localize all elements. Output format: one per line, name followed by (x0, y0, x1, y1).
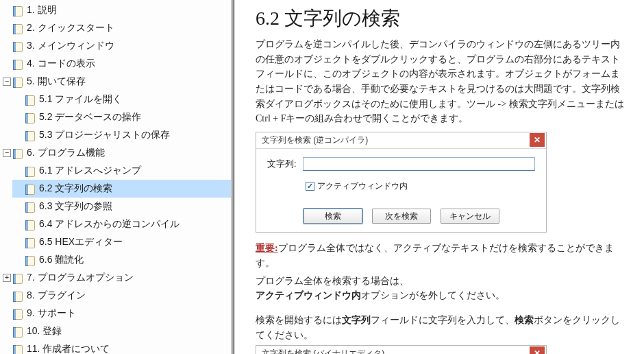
book-icon (13, 291, 23, 301)
book-icon (13, 77, 23, 87)
tree-item-label: 5.2 データベースの操作 (39, 111, 141, 123)
app-window: 1. 説明2. クイックスタート3. メインウィンドウ4. コードの表示−5. … (0, 0, 644, 354)
tree-item-label: 3. メインウィンドウ (27, 40, 114, 52)
tree-item[interactable]: 5.2 データベースの操作 (12, 108, 231, 126)
expand-icon[interactable]: + (3, 274, 11, 282)
toggle-spacer (15, 113, 23, 121)
tree-item[interactable]: −5. 開いて保存 (0, 73, 231, 91)
tree-item-label: 6. プログラム機能 (27, 147, 105, 159)
toggle-spacer (3, 24, 11, 32)
tree-item[interactable]: 5.1 ファイルを開く (12, 91, 231, 108)
tree-item[interactable]: 6.5 HEXエディター (12, 233, 231, 251)
toggle-spacer (15, 238, 23, 246)
tree-item-label: 6.5 HEXエディター (39, 236, 123, 248)
tree-item-label: 5.1 ファイルを開く (39, 93, 122, 106)
tree-item[interactable]: −6. プログラム機能 (0, 144, 231, 162)
tree-item-label: 5.3 プロジージャリストの保存 (39, 129, 170, 141)
book-icon (25, 255, 35, 266)
book-icon (25, 237, 35, 248)
collapse-icon[interactable]: − (3, 149, 11, 157)
important-paragraph: 重要:プログラム全体ではなく、アクティブなテキストだけを検索することができます。 (256, 241, 629, 270)
collapse-icon[interactable]: − (3, 78, 11, 86)
search-dialog-decompiler: 文字列を検索 (逆コンパイラ) ✕ 文字列: アクティブウィンドウ内 検索 次を… (256, 132, 547, 233)
tree-item[interactable]: 2. クイックスタート (0, 19, 231, 37)
toggle-spacer (3, 309, 11, 318)
tree-item-label: 6.2 文字列の検索 (39, 182, 112, 195)
book-icon (13, 23, 23, 34)
tree-item[interactable]: 6.3 文字列の参照 (12, 198, 231, 215)
dialog-titlebar: 文字列を検索 (逆コンパイラ) ✕ (256, 132, 546, 149)
tree-item[interactable]: 9. サポート (0, 305, 231, 322)
string-field-row: 文字列: (267, 157, 535, 171)
checkbox-icon[interactable] (306, 182, 314, 191)
toggle-spacer (3, 42, 11, 50)
book-icon (25, 113, 35, 123)
option-note: プログラム全体を検索する場合は、 アクティブウィンドウ内オプションがを外してくだ… (256, 274, 629, 303)
close-icon[interactable]: ✕ (530, 346, 545, 354)
dialog-titlebar-2: 文字列を検索 (バイナリエディタ) ✕ (256, 346, 546, 354)
important-label: 重要: (256, 243, 278, 253)
tree-item[interactable]: 10. 登録 (0, 322, 231, 340)
find-next-button[interactable]: 次を検索 (372, 209, 431, 224)
string-input[interactable] (303, 157, 535, 171)
tree-item-label: 10. 登録 (27, 325, 62, 338)
book-icon (25, 95, 35, 105)
option-name-bold: アクティブウィンドウ内 (256, 290, 361, 300)
dialog-buttons: 検索 次を検索 キャンセル (267, 209, 535, 226)
toggle-spacer (3, 60, 11, 68)
toggle-spacer (3, 345, 11, 353)
tree-item[interactable]: 1. 説明 (0, 1, 231, 19)
important-text: プログラム全体ではなく、アクティブなテキストだけを検索することができます。 (256, 243, 614, 268)
tree-item-label: 9. サポート (27, 307, 76, 320)
string-field-label: 文字列: (267, 158, 303, 170)
tree-item-label: 2. クイックスタート (27, 22, 114, 34)
book-icon (25, 130, 35, 141)
toggle-spacer (15, 256, 23, 264)
active-window-checkbox-row[interactable]: アクティブウィンドウ内 (306, 180, 535, 192)
book-icon (13, 5, 23, 16)
tree-item[interactable]: 3. メインウィンドウ (0, 37, 231, 55)
tree-item-label: 4. コードの表示 (27, 58, 95, 70)
tree-item[interactable]: 11. 作成者について (0, 340, 231, 354)
book-icon (25, 202, 35, 212)
toggle-spacer (15, 202, 23, 211)
cancel-button[interactable]: キャンセル (441, 209, 499, 224)
tree-item[interactable]: 6.6 難読化 (12, 251, 231, 269)
tree-item-label: 6.6 難読化 (39, 254, 84, 266)
checkbox-label: アクティブウィンドウ内 (317, 180, 408, 192)
tree-item[interactable]: 5.3 プロジージャリストの保存 (12, 126, 231, 144)
tree-item[interactable]: 6.1 アドレスへジャンプ (12, 162, 231, 180)
search-dialog-binary: 文字列を検索 (バイナリエディタ) ✕ (256, 345, 547, 354)
book-icon (25, 184, 35, 194)
content-pane: 6.2 文字列の検索 プログラムを逆コンパイルした後、デコンパイラのウィンドウの… (235, 0, 644, 354)
close-icon[interactable]: ✕ (530, 133, 545, 147)
toggle-spacer (3, 6, 11, 14)
book-icon (13, 41, 23, 51)
tree-item[interactable]: 6.4 アドレスからの逆コンパイル (12, 215, 231, 233)
book-icon (13, 327, 23, 337)
dialog-title-text: 文字列を検索 (逆コンパイラ) (262, 134, 368, 146)
book-icon (13, 148, 23, 158)
toggle-spacer (15, 131, 23, 139)
tree-item[interactable]: +7. プログラムオプション (0, 269, 231, 287)
page-title: 6.2 文字列の検索 (256, 5, 629, 32)
tree-item[interactable]: 6.2 文字列の検索 (12, 180, 231, 198)
toggle-spacer (15, 185, 23, 193)
search-button[interactable]: 検索 (304, 209, 362, 224)
tree-item[interactable]: 4. コードの表示 (0, 55, 231, 73)
intro-paragraph: プログラムを逆コンパイルした後、デコンパイラのウィンドウの左側にあるツリー内の任… (256, 37, 629, 126)
toggle-spacer (3, 327, 11, 335)
tree-item-label: 6.1 アドレスへジャンプ (39, 165, 141, 177)
tree-item[interactable]: 8. プラグイン (0, 287, 231, 305)
tree-item-label: 11. 作成者について (27, 343, 110, 354)
howto-paragraph: 検索を開始するには文字列フィールドに文字列を入力して、検索ボタンをクリックしてく… (256, 313, 629, 342)
toggle-spacer (15, 95, 23, 104)
nav-tree: 1. 説明2. クイックスタート3. メインウィンドウ4. コードの表示−5. … (0, 0, 231, 354)
toggle-spacer (15, 220, 23, 228)
book-icon (13, 273, 23, 283)
book-icon (25, 166, 35, 176)
book-icon (13, 59, 23, 69)
tree-item-label: 1. 説明 (27, 4, 57, 16)
book-icon (13, 344, 23, 355)
dialog-title-text-2: 文字列を検索 (バイナリエディタ) (262, 348, 384, 354)
